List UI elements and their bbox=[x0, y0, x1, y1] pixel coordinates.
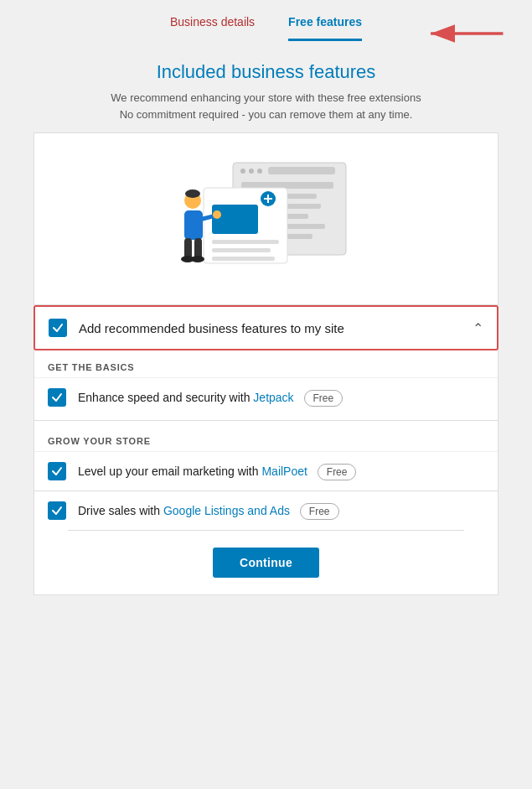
main-checkbox-label: Add recommended business features to my … bbox=[79, 321, 473, 335]
page-wrapper: Business details Free features Included … bbox=[0, 0, 532, 789]
svg-point-22 bbox=[185, 189, 200, 198]
jetpack-link[interactable]: Jetpack bbox=[253, 391, 293, 404]
illustration-container bbox=[34, 132, 498, 305]
tab-business-details[interactable]: Business details bbox=[170, 15, 255, 41]
continue-button[interactable]: Continue bbox=[213, 548, 319, 578]
svg-point-5 bbox=[257, 169, 262, 174]
feature-row-jetpack: Enhance speed and security with Jetpack … bbox=[34, 377, 498, 417]
checkbox-google[interactable] bbox=[48, 501, 66, 520]
svg-point-4 bbox=[249, 169, 254, 174]
tab-free-features[interactable]: Free features bbox=[288, 15, 362, 41]
google-listings-link[interactable]: Google Listings and Ads bbox=[163, 504, 290, 517]
feature-text-jetpack: Enhance speed and security with Jetpack … bbox=[78, 391, 484, 404]
svg-rect-15 bbox=[212, 240, 279, 244]
mailpoet-free-badge: Free bbox=[318, 464, 357, 480]
checkbox-jetpack[interactable] bbox=[48, 388, 66, 407]
feature-row-mailpoet: Level up your email marketing with MailP… bbox=[34, 451, 498, 491]
main-checkbox[interactable] bbox=[49, 319, 67, 337]
checkbox-mailpoet[interactable] bbox=[48, 462, 66, 480]
svg-rect-16 bbox=[212, 248, 271, 252]
features-list: GET THE BASICS Enhance speed and securit… bbox=[34, 350, 498, 595]
svg-rect-23 bbox=[184, 210, 203, 240]
page-title: Included business features bbox=[25, 61, 507, 83]
tab-business-details-label: Business details bbox=[170, 15, 255, 29]
section-label-basics: GET THE BASICS bbox=[34, 350, 498, 377]
feature-row-google: Drive sales with Google Listings and Ads… bbox=[34, 491, 498, 530]
svg-rect-17 bbox=[212, 257, 275, 261]
svg-rect-14 bbox=[212, 205, 258, 234]
tabs-container: Business details Free features bbox=[0, 0, 532, 41]
illustration bbox=[174, 150, 359, 284]
section-divider bbox=[34, 420, 498, 421]
feature-text-mailpoet: Level up your email marketing with MailP… bbox=[78, 465, 484, 478]
svg-point-3 bbox=[240, 169, 245, 174]
google-free-badge: Free bbox=[300, 503, 339, 520]
header-subtitle: We recommend enhancing your store with t… bbox=[25, 90, 507, 122]
svg-point-29 bbox=[191, 256, 204, 262]
jetpack-free-badge: Free bbox=[304, 390, 343, 407]
svg-point-25 bbox=[213, 210, 221, 219]
feature-text-google: Drive sales with Google Listings and Ads… bbox=[78, 504, 484, 517]
section-label-grow: GROW YOUR STORE bbox=[34, 424, 498, 451]
continue-area: Continue bbox=[68, 530, 464, 594]
mailpoet-link[interactable]: MailPoet bbox=[261, 465, 307, 478]
chevron-up-icon: ⌃ bbox=[473, 320, 483, 336]
tab-free-features-label: Free features bbox=[288, 15, 362, 29]
arrow-annotation bbox=[423, 17, 507, 54]
svg-rect-6 bbox=[268, 167, 335, 174]
header-section: Included business features We recommend … bbox=[0, 41, 532, 132]
main-checkbox-row[interactable]: Add recommended business features to my … bbox=[34, 305, 498, 350]
